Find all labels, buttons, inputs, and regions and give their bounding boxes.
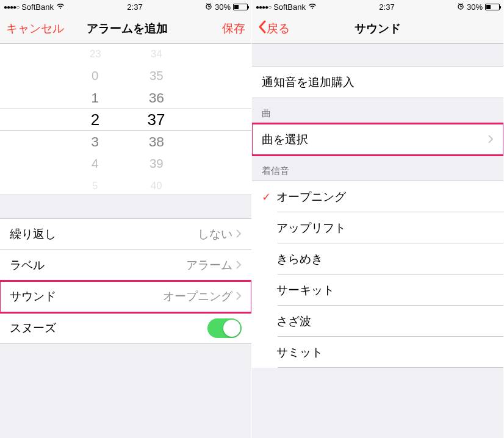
alarm-icon: [205, 2, 212, 12]
add-alarm-screen: ●●●●○ SoftBank 2:37 30% キャンセル アラームを追加 保存…: [0, 0, 252, 438]
ringtone-label: きらめき: [276, 251, 494, 267]
status-bar: ●●●●○ SoftBank 2:37 30%: [0, 0, 251, 13]
ringtone-row[interactable]: きらめき: [252, 243, 503, 275]
wifi-icon: [308, 2, 317, 12]
time-picker[interactable]: 23 0 1 2 3 4 5 34 35 36 37 38 39 40: [0, 44, 251, 195]
chevron-right-icon: [488, 133, 494, 146]
minute-wheel[interactable]: 34 35 36 37 38 39 40: [138, 44, 175, 195]
buy-tones-row[interactable]: 通知音を追加購入: [252, 66, 503, 98]
signal-dots-icon: ●●●●○: [4, 4, 19, 10]
store-group: 通知音を追加購入: [252, 66, 503, 98]
ringtone-label: サーキット: [276, 282, 494, 298]
carrier-label: SoftBank: [273, 2, 306, 12]
chevron-left-icon: [258, 20, 267, 37]
ringtone-label: アップリフト: [276, 220, 494, 236]
ringtone-row[interactable]: アップリフト: [252, 212, 503, 243]
ringtone-row[interactable]: サーキット: [252, 275, 503, 306]
chevron-right-icon: [236, 228, 242, 241]
song-group: 曲を選択: [252, 123, 503, 156]
nav-bar: キャンセル アラームを追加 保存: [0, 13, 251, 44]
ringtone-list: ✓オープニングアップリフトきらめきサーキットさざ波サミット: [252, 181, 503, 368]
nav-title: サウンド: [313, 21, 442, 37]
sound-screen: ●●●●○ SoftBank 2:37 30% 戻る サウンド 通知音を追加購入: [252, 0, 504, 438]
ringtone-row[interactable]: ✓オープニング: [252, 181, 503, 212]
battery-pct-label: 30%: [215, 2, 231, 12]
repeat-row[interactable]: 繰り返し しない: [0, 219, 251, 250]
snooze-label: スヌーズ: [10, 320, 207, 336]
battery-pct-label: 30%: [467, 2, 483, 12]
ringtone-label: オープニング: [276, 189, 494, 205]
hour-wheel[interactable]: 23 0 1 2 3 4 5: [77, 44, 113, 195]
label-row-label: ラベル: [10, 257, 186, 273]
label-row-value: アラーム: [186, 257, 232, 273]
repeat-value: しない: [198, 226, 232, 242]
label-row[interactable]: ラベル アラーム: [0, 250, 251, 281]
nav-bar: 戻る サウンド: [252, 13, 503, 44]
checkmark-icon: ✓: [258, 190, 274, 204]
minute-selected: 37: [148, 109, 165, 131]
ringtone-label: サミット: [276, 345, 494, 361]
back-button[interactable]: 戻る: [258, 20, 313, 37]
sound-label: サウンド: [10, 289, 163, 304]
chevron-right-icon: [236, 290, 242, 303]
status-bar: ●●●●○ SoftBank 2:37 30%: [252, 0, 503, 13]
sound-row[interactable]: サウンド オープニング: [0, 281, 251, 312]
snooze-toggle[interactable]: [207, 318, 242, 338]
chevron-right-icon: [236, 259, 242, 272]
sound-value: オープニング: [163, 289, 232, 304]
pick-song-label: 曲を選択: [262, 132, 488, 148]
back-label: 戻る: [267, 21, 290, 37]
ringtone-row[interactable]: サミット: [252, 337, 503, 368]
signal-dots-icon: ●●●●○: [256, 4, 271, 10]
carrier-label: SoftBank: [21, 2, 54, 12]
battery-icon: [233, 4, 248, 10]
repeat-label: 繰り返し: [10, 226, 198, 242]
hour-selected: 2: [91, 109, 99, 131]
buy-tones-label: 通知音を追加購入: [262, 74, 494, 90]
pick-song-row[interactable]: 曲を選択: [252, 124, 503, 155]
clock-label: 2:37: [379, 2, 394, 12]
ringtone-section-header: 着信音: [252, 156, 503, 181]
song-section-header: 曲: [252, 98, 503, 123]
cancel-button[interactable]: キャンセル: [6, 21, 64, 37]
nav-title: アラームを追加: [64, 21, 190, 37]
alarm-options-list: 繰り返し しない ラベル アラーム サウンド オープニング スヌーズ: [0, 218, 251, 344]
alarm-icon: [457, 2, 464, 12]
ringtone-row[interactable]: さざ波: [252, 306, 503, 337]
ringtone-label: さざ波: [276, 314, 494, 329]
battery-icon: [485, 4, 500, 10]
clock-label: 2:37: [127, 2, 142, 12]
wifi-icon: [56, 2, 65, 12]
snooze-row: スヌーズ: [0, 312, 251, 343]
save-button[interactable]: 保存: [190, 21, 245, 37]
